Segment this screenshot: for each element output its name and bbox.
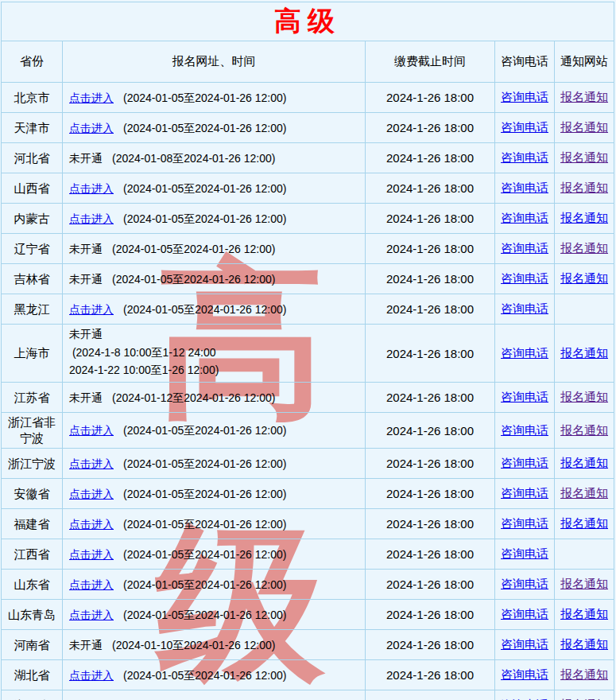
notice-cell: 报名通知 xyxy=(555,570,614,600)
registration-table: 高级 省份报名网址、时间缴费截止时间咨询电话通知网站 北京市点击进入(2024-… xyxy=(1,2,614,700)
table-row: 山东省点击进入(2024-01-05至2024-01-26 12:00)2024… xyxy=(2,570,614,600)
payment-deadline: 2024-1-26 18:00 xyxy=(366,413,495,449)
notice-cell: 报名通知 xyxy=(555,173,614,204)
consult-phone-link[interactable]: 咨询电话 xyxy=(501,90,548,103)
registration-notice-link[interactable]: 报名通知 xyxy=(560,120,608,134)
province-cell: 内蒙古 xyxy=(2,204,63,234)
consult-phone-link[interactable]: 咨询电话 xyxy=(501,637,548,651)
notice-cell: 报名通知 xyxy=(555,509,614,539)
consult-phone-link[interactable]: 咨询电话 xyxy=(501,346,548,360)
registration-cell: 点击进入(2024-01-05至2024-01-26 12:00) xyxy=(63,113,366,143)
registration-notice-link[interactable]: 报名通知 xyxy=(560,241,608,255)
consult-phone-link[interactable]: 咨询电话 xyxy=(501,390,548,403)
province-cell: 天津市 xyxy=(2,113,63,143)
table-row: 河南省未开通(2024-01-10至2024-01-26 12:00)2024-… xyxy=(2,630,614,660)
registration-time: (2024-01-12至2024-01-26 12:00) xyxy=(112,391,275,404)
column-header-province: 省份 xyxy=(2,41,63,83)
consult-phone-link[interactable]: 咨询电话 xyxy=(501,271,548,285)
registration-time: (2024-01-05至2024-01-26 12:00) xyxy=(123,669,286,682)
enter-registration-link[interactable]: 点击进入 xyxy=(69,91,114,104)
notice-cell: 报名通知 xyxy=(555,204,614,234)
registration-notice-link[interactable]: 报名通知 xyxy=(560,150,608,164)
registration-notice-link[interactable]: 报名通知 xyxy=(560,516,608,530)
registration-notice-link[interactable]: 报名通知 xyxy=(560,577,608,590)
consult-phone-link[interactable]: 咨询电话 xyxy=(501,423,548,437)
registration-time: 2024-1-22 10:00至1-26 12:00) xyxy=(69,361,363,379)
payment-deadline: 2024-1-26 18:00 xyxy=(366,294,495,325)
phone-cell: 咨询电话 xyxy=(495,479,555,509)
registration-time: (2024-01-05至2024-01-26 12:00) xyxy=(123,518,286,531)
registration-cell: 未开通(2024-01-05至2024-01-26 12:00) xyxy=(63,234,366,264)
payment-deadline: 2024-1-26 18:00 xyxy=(366,660,495,690)
enter-registration-link[interactable]: 点击进入 xyxy=(69,182,114,195)
registration-notice-link[interactable]: 报名通知 xyxy=(560,271,608,285)
enter-registration-link[interactable]: 点击进入 xyxy=(69,609,114,621)
enter-registration-link[interactable]: 点击进入 xyxy=(69,669,114,682)
phone-cell: 咨询电话 xyxy=(495,143,555,173)
table-row: 山西省点击进入(2024-01-05至2024-01-26 12:00)2024… xyxy=(2,173,614,204)
payment-deadline: 2024-1-26 18:00 xyxy=(366,173,495,204)
not-open-label: 未开通 xyxy=(69,243,103,255)
payment-deadline: 2024-1-26 18:00 xyxy=(366,113,495,143)
registration-notice-link[interactable]: 报名通知 xyxy=(560,90,608,103)
phone-cell: 咨询电话 xyxy=(495,113,555,143)
consult-phone-link[interactable]: 咨询电话 xyxy=(501,607,548,620)
registration-cell: 未开通 (2024-1-8 10:00至1-12 24:002024-1-22 … xyxy=(63,325,366,383)
registration-notice-link[interactable]: 报名通知 xyxy=(560,423,608,437)
registration-notice-link[interactable]: 报名通知 xyxy=(560,456,608,469)
enter-registration-link[interactable]: 点击进入 xyxy=(69,303,114,316)
registration-notice-link[interactable]: 报名通知 xyxy=(560,486,608,500)
registration-notice-link[interactable]: 报名通知 xyxy=(560,607,608,620)
enter-registration-link[interactable]: 点击进入 xyxy=(69,212,114,225)
registration-cell: 点击进入(2024-01-05至2024-01-26 12:00) xyxy=(63,83,366,113)
column-header-deadline: 缴费截止时间 xyxy=(366,41,495,83)
notice-cell: 报名通知 xyxy=(555,690,614,700)
notice-cell: 报名通知 xyxy=(555,264,614,294)
consult-phone-link[interactable]: 咨询电话 xyxy=(501,667,548,681)
registration-notice-link[interactable]: 报名通知 xyxy=(560,637,608,651)
consult-phone-link[interactable]: 咨询电话 xyxy=(501,486,548,500)
table-row: 黑龙江点击进入(2024-01-05至2024-01-26 12:00)2024… xyxy=(2,294,614,325)
consult-phone-link[interactable]: 咨询电话 xyxy=(501,456,548,469)
registration-notice-link[interactable]: 报名通知 xyxy=(560,390,608,403)
registration-notice-link[interactable]: 报名通知 xyxy=(560,181,608,194)
province-cell: 湖南省 xyxy=(2,690,63,700)
phone-cell: 咨询电话 xyxy=(495,234,555,264)
registration-notice-link[interactable]: 报名通知 xyxy=(560,346,608,360)
enter-registration-link[interactable]: 点击进入 xyxy=(69,488,114,500)
registration-cell: 未开通(2024-01-08至2024-01-26 12:00) xyxy=(63,143,366,173)
payment-deadline: 2024-1-26 18:00 xyxy=(366,234,495,264)
enter-registration-link[interactable]: 点击进入 xyxy=(69,578,114,591)
registration-cell: 点击进入(2024-01-05至2024-01-26 12:00) xyxy=(63,294,366,325)
consult-phone-link[interactable]: 咨询电话 xyxy=(501,120,548,134)
consult-phone-link[interactable]: 咨询电话 xyxy=(501,241,548,255)
payment-deadline: 2024-1-26 18:00 xyxy=(366,83,495,113)
consult-phone-link[interactable]: 咨询电话 xyxy=(501,577,548,590)
registration-cell: 点击进入(2024-01-05至2024-01-26 12:00) xyxy=(63,570,366,600)
enter-registration-link[interactable]: 点击进入 xyxy=(69,424,114,437)
consult-phone-link[interactable]: 咨询电话 xyxy=(501,301,548,315)
registration-notice-link[interactable]: 报名通知 xyxy=(560,667,608,681)
province-cell: 上海市 xyxy=(2,325,63,383)
enter-registration-link[interactable]: 点击进入 xyxy=(69,457,114,470)
enter-registration-link[interactable]: 点击进入 xyxy=(69,518,114,531)
enter-registration-link[interactable]: 点击进入 xyxy=(69,122,114,134)
enter-registration-link[interactable]: 点击进入 xyxy=(69,548,114,561)
notice-cell: 报名通知 xyxy=(555,413,614,449)
consult-phone-link[interactable]: 咨询电话 xyxy=(501,150,548,164)
phone-cell: 咨询电话 xyxy=(495,449,555,479)
table-row: 湖南省点击进入(2024-01-05至2024-01-26 12:00)2024… xyxy=(2,690,614,700)
table-header-row: 省份报名网址、时间缴费截止时间咨询电话通知网站 xyxy=(2,41,614,83)
payment-deadline: 2024-1-26 18:00 xyxy=(366,630,495,660)
consult-phone-link[interactable]: 咨询电话 xyxy=(501,546,548,560)
consult-phone-link[interactable]: 咨询电话 xyxy=(501,181,548,194)
table-row: 福建省点击进入(2024-01-05至2024-01-26 12:00)2024… xyxy=(2,509,614,539)
registration-notice-link[interactable]: 报名通知 xyxy=(560,211,608,224)
registration-time: (2024-01-05至2024-01-26 12:00) xyxy=(123,488,286,500)
province-cell: 河南省 xyxy=(2,630,63,660)
consult-phone-link[interactable]: 咨询电话 xyxy=(501,211,548,224)
table-row: 江西省点击进入(2024-01-05至2024-01-26 12:00)2024… xyxy=(2,539,614,570)
registration-time: (2024-01-05至2024-01-26 12:00) xyxy=(123,303,286,316)
registration-time: (2024-01-05至2024-01-26 12:00) xyxy=(123,122,286,134)
consult-phone-link[interactable]: 咨询电话 xyxy=(501,516,548,530)
